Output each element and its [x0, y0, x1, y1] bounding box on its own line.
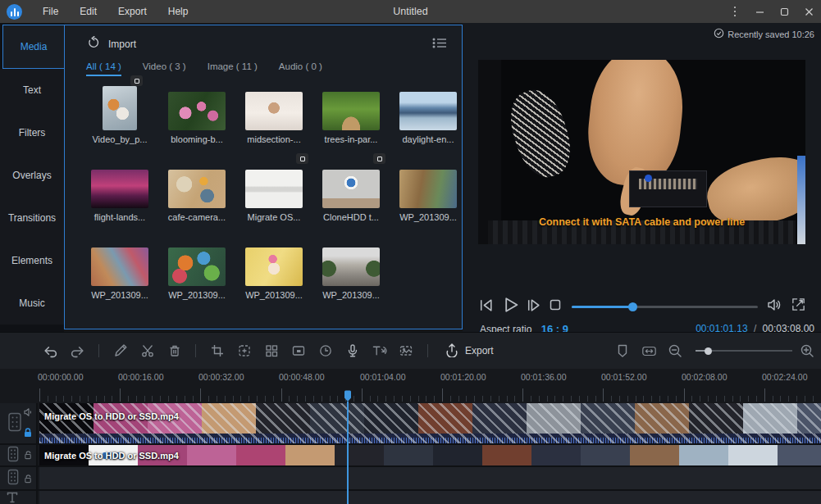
fullscreen-icon[interactable]	[791, 297, 806, 316]
previous-frame-button[interactable]	[477, 297, 495, 317]
edit-toolbar: Export	[0, 332, 821, 369]
tab-all[interactable]: All ( 14 )	[86, 61, 121, 76]
app-window: File Edit Export Help Untitled Media Tex…	[0, 0, 821, 504]
stop-button[interactable]	[547, 297, 563, 316]
media-item[interactable]: WP_201309...	[81, 235, 158, 313]
next-frame-button[interactable]	[525, 297, 542, 317]
picture-in-picture-icon[interactable]	[290, 343, 306, 359]
media-item[interactable]: WP_201309...	[312, 235, 390, 313]
freeze-frame-icon[interactable]	[236, 343, 252, 359]
ruler-label: 00:01:04.00	[360, 372, 405, 382]
ruler-label: 00:00:16.00	[118, 372, 163, 382]
media-item[interactable]: cafe-camera...	[158, 157, 235, 235]
voiceover-mic-icon[interactable]	[344, 343, 360, 359]
export-button[interactable]: Export	[445, 343, 494, 360]
sidebar-item-music[interactable]: Music	[0, 282, 64, 325]
track-lane: Migrate OS to HDD or SSD.mp4	[39, 403, 821, 443]
timeline-clip-video-1[interactable]: Migrate OS to HDD or SSD.mp4	[39, 403, 821, 434]
sidebar-item-filters[interactable]: Filters	[0, 111, 64, 154]
menu-file[interactable]: File	[32, 0, 69, 23]
video-preview: Connect it with SATA cable and power lin…	[478, 60, 805, 244]
track-lock-icon-unlocked[interactable]	[24, 472, 33, 487]
delete-trash-icon[interactable]	[166, 343, 182, 359]
track-mute-icon[interactable]	[24, 406, 34, 420]
toolbar-divider	[427, 344, 428, 357]
redo-icon[interactable]	[70, 343, 85, 359]
watermark-icon[interactable]	[399, 343, 414, 359]
media-item[interactable]: Video_by_p...	[81, 79, 158, 157]
sidebar-item-text[interactable]: Text	[0, 69, 64, 111]
menu-edit[interactable]: Edit	[69, 0, 107, 23]
media-item[interactable]: trees-in-par...	[312, 79, 390, 157]
media-item[interactable]: flight-lands...	[81, 157, 158, 235]
more-options-icon[interactable]	[723, 0, 747, 23]
duration-clock-icon[interactable]	[317, 343, 333, 359]
clip-name: Migrate OS to HDD or SSD.mp4	[44, 411, 179, 421]
crop-icon[interactable]	[209, 343, 225, 359]
media-item[interactable]: midsection-...	[235, 79, 312, 157]
video-badge-icon	[373, 153, 385, 164]
timeline-ruler[interactable]	[39, 388, 821, 402]
media-item[interactable]: CloneHDD t...	[312, 157, 390, 235]
fit-to-timeline-icon[interactable]	[641, 343, 657, 359]
playback-progress-slider[interactable]	[572, 306, 758, 308]
edit-pencil-icon[interactable]	[112, 343, 128, 359]
ruler-label: 00:01:36.00	[521, 372, 566, 382]
text-to-speech-icon[interactable]	[372, 343, 387, 359]
media-item[interactable]: WP_201309...	[235, 235, 312, 313]
tab-image[interactable]: Image ( 11 )	[208, 61, 258, 76]
media-item[interactable]: Migrate OS...	[235, 157, 312, 235]
video-track-icon	[6, 468, 21, 488]
media-item[interactable]: blooming-b...	[158, 79, 235, 157]
zoom-in-icon[interactable]	[799, 343, 814, 359]
video-track-icon	[6, 411, 24, 436]
ruler-label: 00:00:00.00	[38, 372, 83, 382]
media-item-name: cafe-camera...	[168, 212, 226, 222]
timeline-zoom-slider[interactable]	[696, 350, 792, 352]
import-button[interactable]: Import	[86, 36, 136, 52]
sidebar-item-transitions[interactable]: Transitions	[0, 197, 64, 239]
progress-handle[interactable]	[628, 302, 637, 311]
track-row-text	[0, 491, 821, 504]
sidebar-item-elements[interactable]: Elements	[0, 239, 64, 282]
playhead-handle[interactable]	[344, 390, 352, 406]
maximize-button[interactable]	[772, 0, 796, 23]
media-item-name: trees-in-par...	[325, 134, 378, 144]
marker-icon[interactable]	[614, 343, 630, 359]
menu-help[interactable]: Help	[157, 0, 199, 23]
clip-audio-waveform	[39, 434, 821, 443]
track-row-video-3	[0, 467, 821, 489]
titlebar: File Edit Export Help Untitled	[0, 0, 821, 23]
playhead-line[interactable]	[347, 402, 349, 504]
media-filter-tabs: All ( 14 ) Video ( 3 ) Image ( 11 ) Audi…	[86, 61, 322, 76]
media-item[interactable]: daylight-en...	[390, 79, 467, 157]
close-button[interactable]	[796, 0, 821, 23]
media-item-name: midsection-...	[247, 134, 300, 144]
media-item-name: WP_201309...	[91, 290, 148, 300]
playback-controls	[463, 292, 821, 321]
media-item-name: WP_201309...	[399, 212, 457, 222]
undo-icon[interactable]	[43, 343, 58, 359]
track-lock-icon-unlocked[interactable]	[24, 448, 33, 463]
media-item[interactable]: WP_201309...	[390, 157, 467, 235]
import-icon	[86, 36, 100, 52]
media-item[interactable]: WP_201309...	[158, 235, 235, 313]
sidebar-item-overlays[interactable]: Overlays	[0, 154, 64, 197]
track-lock-icon-locked[interactable]	[23, 426, 33, 441]
timeline-clip-video-2[interactable]: Migrate OS to HDD or SSD.mp4	[39, 445, 821, 465]
menu-export[interactable]: Export	[107, 0, 157, 23]
play-button[interactable]	[500, 295, 520, 318]
zoom-out-icon[interactable]	[667, 343, 682, 359]
list-view-icon[interactable]	[432, 37, 447, 52]
minimize-button[interactable]	[747, 0, 772, 23]
cut-scissors-icon[interactable]	[139, 343, 155, 359]
zoom-slider-handle[interactable]	[705, 347, 712, 355]
media-item-name: WP_201309...	[168, 290, 226, 300]
toolbar-divider	[98, 344, 99, 357]
media-item-name: WP_201309...	[245, 290, 303, 300]
sidebar-item-media[interactable]: Media	[2, 25, 64, 69]
tab-audio[interactable]: Audio ( 0 )	[279, 61, 322, 76]
volume-icon[interactable]	[766, 297, 782, 316]
mosaic-icon[interactable]	[263, 343, 279, 359]
tab-video[interactable]: Video ( 3 )	[143, 61, 186, 76]
